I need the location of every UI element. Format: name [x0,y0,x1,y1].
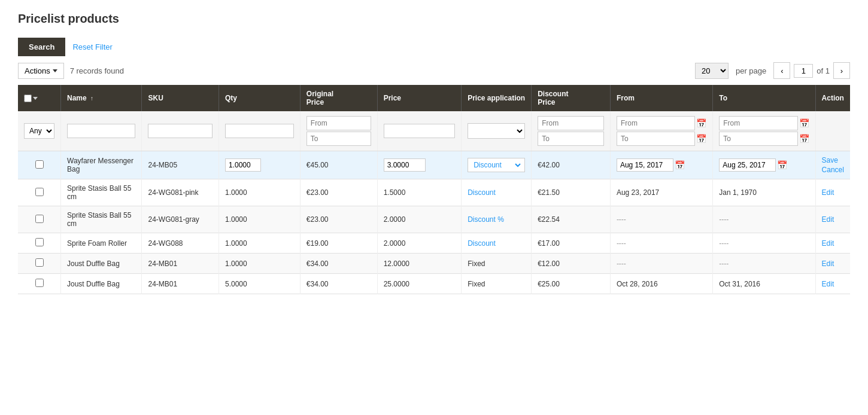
row1-save-link[interactable]: Save [822,156,844,164]
row6-edit-link[interactable]: Edit [822,280,834,288]
row2-action: Edit [815,179,850,206]
filter-cell-name [61,111,142,151]
row6-price-app: Fixed [462,274,532,294]
per-page-dropdown[interactable]: 20 50 100 [696,63,728,78]
filter-cell-price-app: Discount Discount % Fixed [462,111,532,151]
row1-qty [219,151,301,179]
filter-discount-price-from[interactable] [538,116,604,130]
prev-page-button[interactable]: ‹ [773,62,790,79]
row1-to-calendar-icon[interactable]: 📅 [777,160,787,170]
th-sku: SKU [142,85,219,111]
row1-qty-input[interactable] [225,158,261,172]
row4-sku: 24-WG088 [142,233,219,254]
row2-price-app-link[interactable]: Discount [468,188,496,197]
filter-cell-action [815,111,850,151]
row4-from: ---- [610,233,712,254]
table-row: Sprite Foam Roller 24-WG088 1.0000 €19.0… [18,233,850,254]
row3-price-app-link[interactable]: Discount % [468,215,504,224]
row4-price: 2.0000 [377,233,462,254]
row6-name: Joust Duffle Bag [61,274,142,294]
table-row: Sprite Stasis Ball 55 cm 24-WG081-gray 1… [18,206,850,233]
row4-checkbox-cell [18,233,61,254]
row1-price-input[interactable] [384,158,426,172]
filter-from-to[interactable] [617,132,695,146]
row1-from-input[interactable] [617,158,673,172]
row6-price: 25.0000 [377,274,462,294]
filter-sku-input[interactable] [148,124,213,138]
records-found: 7 records found [70,66,124,75]
actions-label: Actions [25,66,50,75]
filter-original-price-to[interactable] [306,132,371,146]
filter-to-to[interactable] [719,132,797,146]
actions-button[interactable]: Actions [18,63,64,79]
row4-action: Edit [815,233,850,254]
actions-left: Actions 7 records found [18,63,124,79]
any-select[interactable]: Any Yes No [24,123,54,139]
row5-edit-link[interactable]: Edit [822,260,834,268]
row4-edit-link[interactable]: Edit [822,239,834,248]
row6-from: Oct 28, 2016 [610,274,712,294]
row4-checkbox[interactable] [35,238,44,246]
row3-qty: 1.0000 [219,206,301,233]
row2-edit-link[interactable]: Edit [822,188,834,197]
calendar-to-to-icon[interactable]: 📅 [799,134,809,144]
data-table: Name ↑ SKU Qty OriginalPrice Price Price… [18,85,850,294]
row2-to: Jan 1, 1970 [713,179,815,206]
filter-original-price-from[interactable] [306,116,371,130]
search-button[interactable]: Search [18,38,65,56]
filter-cell-checkbox: Any Yes No [18,111,61,151]
row5-original-price: €34.00 [300,254,377,274]
row3-edit-link[interactable]: Edit [822,215,834,224]
row4-price-app-link[interactable]: Discount [468,239,496,248]
row3-discount-price: €22.54 [532,206,611,233]
row2-name: Sprite Stasis Ball 55 cm [61,179,142,206]
th-action: Action [815,85,850,111]
row1-to-input[interactable] [719,158,776,172]
calendar-from-to-icon[interactable]: 📅 [696,134,706,144]
filter-qty-input[interactable] [225,124,294,138]
row5-checkbox[interactable] [35,258,44,267]
row6-checkbox[interactable] [35,279,44,287]
filter-from-from[interactable] [617,116,695,130]
table-row: Joust Duffle Bag 24-MB01 1.0000 €34.00 1… [18,254,850,274]
row1-from-calendar-icon[interactable]: 📅 [675,160,685,170]
th-checkbox [18,85,61,111]
filter-name-input[interactable] [67,124,135,138]
filter-cell-to: 📅 📅 [713,111,815,151]
next-page-button[interactable]: › [833,62,850,79]
row2-price: 1.5000 [377,179,462,206]
per-page-select[interactable]: 20 50 100 [695,63,729,79]
row1-price-app-select-wrap: Discount Discount % Fixed [468,158,525,172]
th-price-application: Price application [462,85,532,111]
row4-original-price: €19.00 [300,233,377,254]
current-page-input[interactable] [794,64,813,78]
row2-checkbox[interactable] [35,188,44,196]
row1-sku: 24-MB05 [142,151,219,179]
filter-cell-from: 📅 📅 [610,111,712,151]
filter-price-app-select[interactable]: Discount Discount % Fixed [468,123,525,139]
row3-checkbox[interactable] [35,215,44,223]
reset-filter-button[interactable]: Reset Filter [72,42,112,51]
row5-discount-price: €12.00 [532,254,611,274]
th-original-price: OriginalPrice [300,85,377,111]
row5-to: ---- [713,254,815,274]
row2-checkbox-cell [18,179,61,206]
select-all-checkbox[interactable] [24,94,32,102]
any-select-wrap: Any Yes No [24,123,54,139]
filter-discount-price-to[interactable] [538,132,604,146]
row1-name: Wayfarer Messenger Bag [61,151,142,179]
filter-price-input[interactable] [384,124,456,138]
calendar-from-from-icon[interactable]: 📅 [696,118,706,128]
row1-checkbox[interactable] [35,160,44,169]
row2-from: Aug 23, 2017 [610,179,712,206]
calendar-to-from-icon[interactable]: 📅 [799,118,809,128]
filter-to-from[interactable] [719,116,797,130]
filter-cell-sku [142,111,219,151]
row1-cancel-link[interactable]: Cancel [822,166,844,174]
row3-to: ---- [713,206,815,233]
table-row: Wayfarer Messenger Bag 24-MB05 €45.00 Di… [18,151,850,179]
row5-from: ---- [610,254,712,274]
row3-original-price: €23.00 [300,206,377,233]
row5-sku: 24-MB01 [142,254,219,274]
row1-price-app-select[interactable]: Discount Discount % Fixed [468,158,523,172]
